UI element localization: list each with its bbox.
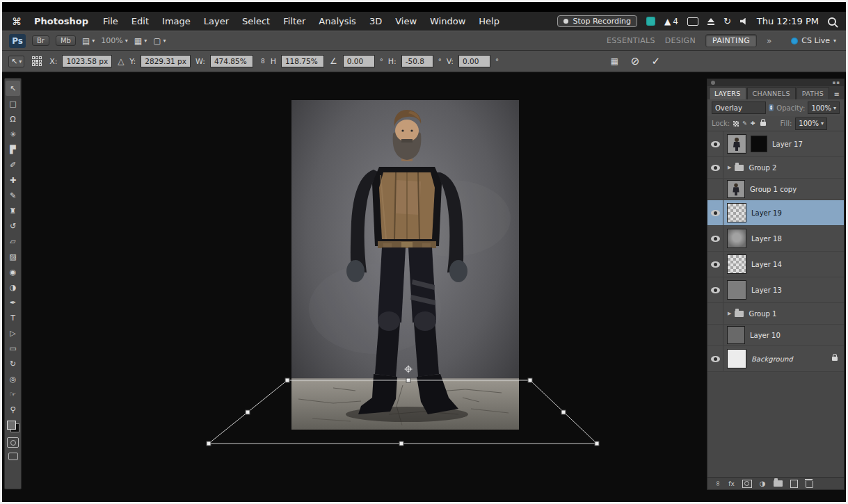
spot-healing-brush-tool[interactable]: ✚ — [6, 172, 20, 188]
fill-field[interactable]: 100% ▾ — [795, 117, 827, 130]
layer-row-layer-17[interactable]: Layer 17 — [707, 131, 844, 157]
layer-style-button[interactable]: fx — [728, 480, 735, 487]
screen-mode-button[interactable]: ▢ ▾ — [153, 36, 166, 46]
layer-thumbnail[interactable] — [727, 280, 746, 300]
layer-name[interactable]: Layer 10 — [750, 332, 781, 339]
layer-thumbnail[interactable] — [727, 180, 745, 198]
tab-channels[interactable]: CHANNELS — [747, 87, 796, 99]
layer-name[interactable]: Group 2 — [749, 164, 776, 172]
arrange-documents-button[interactable]: ▦ ▾ — [134, 36, 147, 46]
quick-selection-tool[interactable]: ✳ — [6, 127, 20, 142]
status-cube-icon[interactable] — [646, 17, 655, 26]
blur-tool[interactable]: ◉ — [6, 264, 20, 279]
layer-name[interactable]: Background — [751, 355, 793, 363]
layer-name[interactable]: Group 1 — [749, 310, 776, 318]
commit-transform-button[interactable]: ✓ — [651, 55, 660, 67]
crop-tool[interactable]: ▛ — [6, 142, 20, 157]
rectangular-marquee-tool[interactable]: □ — [6, 96, 20, 111]
x-position-field[interactable]: 1023.58 px — [62, 55, 112, 67]
eraser-tool[interactable]: ▱ — [6, 234, 20, 249]
apple-menu-icon[interactable]: ⌘ — [12, 16, 22, 27]
layer-name[interactable]: Layer 18 — [751, 235, 782, 243]
relative-position-toggle[interactable]: △ — [117, 56, 125, 66]
workspace-design[interactable]: DESIGN — [665, 36, 696, 45]
menu-clock[interactable]: Thu 12:19 PM — [757, 16, 819, 26]
layer-thumbnail[interactable] — [727, 203, 746, 222]
tab-paths[interactable]: PATHS — [797, 87, 829, 99]
layer-thumbnail[interactable] — [727, 134, 746, 154]
cancel-transform-button[interactable]: ⊘ — [631, 55, 640, 67]
visibility-toggle[interactable] — [707, 179, 723, 200]
delete-layer-button[interactable] — [806, 481, 813, 488]
zoom-tool[interactable]: ⚲ — [6, 402, 20, 417]
gradient-tool[interactable]: ▨ — [6, 249, 20, 264]
layer-row-layer-10[interactable]: Layer 10 — [707, 325, 844, 346]
lock-all-icon[interactable] — [760, 122, 766, 126]
menu-item-filter[interactable]: Filter — [283, 16, 305, 26]
layer-row-group-1-copy[interactable]: Group 1 copy — [707, 179, 844, 200]
opacity-field[interactable]: 100% ▾ — [808, 101, 840, 114]
skew-h-field[interactable]: -50.8 — [401, 55, 433, 67]
visibility-toggle[interactable] — [707, 346, 723, 371]
workspace-overflow-button[interactable]: » — [767, 36, 771, 46]
type-tool[interactable]: T — [6, 310, 20, 325]
menu-item-help[interactable]: Help — [479, 16, 499, 26]
layer-row-layer-14[interactable]: Layer 14 — [707, 252, 844, 277]
layer-name[interactable]: Layer 13 — [751, 286, 782, 294]
layer-row-layer-13[interactable]: Layer 13 — [707, 277, 844, 303]
layer-name[interactable]: Layer 19 — [751, 209, 782, 217]
blend-stepper-icon[interactable]: ▲▼ — [769, 104, 774, 111]
brush-tool[interactable]: ✎ — [6, 188, 20, 203]
dodge-tool[interactable]: ◑ — [6, 279, 20, 295]
tab-layers[interactable]: LAYERS — [709, 87, 746, 99]
visibility-toggle[interactable] — [707, 226, 723, 251]
link-layers-button[interactable]: ∞ — [714, 480, 722, 486]
screen-mode-toggle[interactable] — [8, 453, 18, 460]
quick-mask-button[interactable] — [7, 437, 19, 448]
clone-stamp-tool[interactable]: ♜ — [6, 203, 20, 218]
document-canvas[interactable] — [291, 100, 519, 430]
tool-preset-picker[interactable]: ↖ ▾ — [8, 56, 24, 67]
visibility-toggle[interactable] — [707, 200, 723, 225]
volume-icon[interactable] — [740, 18, 748, 25]
sync-icon[interactable]: ↻ — [723, 16, 731, 26]
disclosure-triangle-icon[interactable]: ▶ — [728, 165, 731, 170]
menu-item-analysis[interactable]: Analysis — [319, 16, 356, 26]
lock-position-icon[interactable]: ✚ — [751, 120, 755, 127]
move-tool[interactable]: ↖ — [6, 81, 20, 96]
layer-row-group-2[interactable]: ▶ Group 2 — [707, 157, 844, 179]
rectangle-shape-tool[interactable]: ▭ — [6, 341, 20, 356]
stop-recording-button[interactable]: Stop Recording — [557, 15, 637, 27]
layer-thumbnail[interactable] — [727, 229, 746, 248]
lock-transparency-icon[interactable] — [733, 121, 739, 127]
history-brush-tool[interactable]: ↺ — [6, 218, 20, 234]
layer-name[interactable]: Layer 14 — [751, 261, 782, 268]
display-icon[interactable] — [687, 17, 698, 26]
add-layer-mask-button[interactable] — [742, 480, 752, 488]
workspace-painting[interactable]: PAINTING — [705, 34, 757, 47]
path-selection-tool[interactable]: ▷ — [6, 325, 20, 341]
pen-tool[interactable]: ✒ — [6, 295, 20, 310]
status-badge[interactable]: ▲ 4 — [664, 17, 678, 26]
menu-item-edit[interactable]: Edit — [131, 16, 149, 26]
y-position-field[interactable]: 2829.31 px — [141, 55, 191, 67]
menu-item-layer[interactable]: Layer — [204, 16, 229, 26]
3d-camera-rotate-tool[interactable]: ◎ — [6, 371, 20, 387]
bridge-button[interactable]: Br — [32, 35, 49, 46]
hand-tool[interactable]: ☞ — [6, 387, 20, 402]
disclosure-triangle-icon[interactable]: ▶ — [728, 311, 731, 316]
zoom-level-button[interactable]: 100% ▾ — [101, 36, 127, 45]
visibility-toggle[interactable] — [707, 131, 723, 156]
height-scale-field[interactable]: 118.75% — [281, 55, 324, 67]
layer-thumbnail[interactable] — [727, 254, 746, 274]
new-layer-button[interactable] — [790, 480, 798, 488]
menu-item-image[interactable]: Image — [162, 16, 191, 26]
3d-object-rotate-tool[interactable]: ↻ — [6, 356, 20, 371]
maintain-aspect-link-icon[interactable]: 8 — [260, 58, 266, 65]
reference-point-locator[interactable] — [32, 56, 42, 66]
visibility-toggle[interactable] — [707, 303, 723, 324]
warp-mode-toggle[interactable]: ▦ — [610, 56, 619, 66]
new-group-button[interactable] — [774, 480, 783, 487]
canvas-area[interactable]: ↖ □ Ω ✳ ▛ ✐ ✚ ✎ ♜ ↺ ▱ ▨ ◉ ◑ ✒ T ▷ ▭ ↻ ◎ … — [2, 72, 846, 502]
menu-item-view[interactable]: View — [395, 16, 417, 26]
